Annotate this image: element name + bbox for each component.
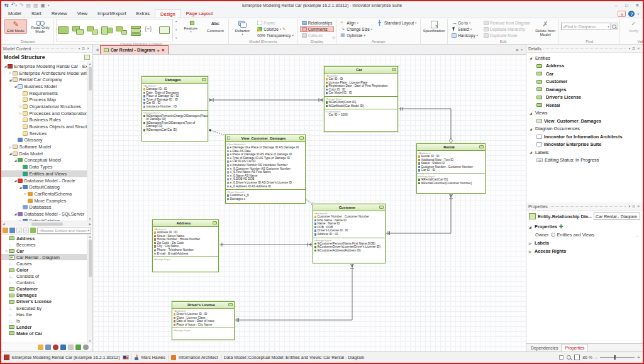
list-item-damages[interactable]: Damages xyxy=(1,292,92,299)
details-section-labels[interactable]: ◢Labels xyxy=(526,148,643,157)
sort-descending-icon[interactable]: ↑ xyxy=(23,228,29,233)
specification-button[interactable]: Specification xyxy=(423,19,445,34)
colorize-button[interactable]: Colorize ▾ ✎ xyxy=(255,26,296,32)
window-icon[interactable] xyxy=(45,345,51,350)
connector-5[interactable] xyxy=(235,263,352,320)
tree-item-conceptual-model[interactable]: ◢Conceptual Model xyxy=(1,157,92,164)
find-in-diagram-input[interactable] xyxy=(561,23,613,30)
paintbrush-icon[interactable]: ✎ xyxy=(282,27,286,32)
tree-item-data-types[interactable]: Data Types xyxy=(1,163,92,170)
entity-customer[interactable]: Customer«Attributes»Customer Number : Cu… xyxy=(313,204,386,263)
frame-button[interactable]: Frame xyxy=(255,20,296,26)
details-item-rental[interactable]: Rental xyxy=(526,101,643,109)
collapsed-arrow-icon[interactable]: ▷ xyxy=(23,192,28,196)
element-name-input[interactable] xyxy=(594,212,640,220)
help-menu-caret-icon[interactable]: ▾ xyxy=(637,12,639,16)
display-dialog-launcher-icon[interactable]: ◱ xyxy=(332,35,335,39)
details-item-car[interactable]: Car xyxy=(526,70,643,78)
tree-item-databases[interactable]: Databases xyxy=(1,204,92,211)
tree-item-enterprise-modeling-rental-car-example-16-2-1-30312[interactable]: ◢Enterprise Modeling Rental Car - Exampl… xyxy=(1,63,92,70)
tab-scroll-left-icon[interactable]: ◀ xyxy=(94,47,100,52)
properties-section-header[interactable]: ◢ Properties ✚ xyxy=(529,224,640,229)
overview-checkbox[interactable] xyxy=(559,355,564,360)
details-item-innovator-for-information-architects[interactable]: Innovator for Information Architects xyxy=(526,133,643,141)
list-item-lender[interactable]: Lender xyxy=(1,324,92,330)
paste-icon[interactable]: ▥ xyxy=(33,3,38,8)
duplicate-hierarchy-button[interactable]: Duplicate Hierarchy xyxy=(482,26,532,32)
list-item-customer[interactable]: Customer xyxy=(1,286,92,292)
tree-item-software-model[interactable]: ▷Software Model xyxy=(1,143,92,150)
list-item-car-rental-diagram[interactable]: Car Rental - Diagram xyxy=(1,254,92,260)
ribbon-tab-extras[interactable]: Extras xyxy=(131,9,155,18)
diagram-tab[interactable]: Car Rental - Diagram ◆ ✕ xyxy=(100,45,169,54)
shape-icon[interactable]: ★ xyxy=(86,25,99,36)
tree-item-requirements[interactable]: Requirements xyxy=(1,90,92,97)
remove-from-diagram-button[interactable]: Remove from Diagram xyxy=(482,20,532,26)
optimize-button[interactable]: Optimize ▾ xyxy=(338,33,374,38)
tree-item-entities-and-views[interactable]: Entities and Views xyxy=(1,170,92,177)
image-icon[interactable] xyxy=(68,345,74,350)
go-to-button[interactable]: Go to ▾ xyxy=(450,20,480,26)
tab-close-icon[interactable]: ✕ xyxy=(162,48,165,53)
standard-layout-button[interactable]: Standard Layout ▾ xyxy=(376,20,418,26)
scroll-down-icon[interactable]: ▼ xyxy=(89,218,91,221)
ribbon-tab-view[interactable]: View xyxy=(72,9,92,18)
details-section-views[interactable]: ◢Views xyxy=(526,109,643,118)
signature-icon[interactable] xyxy=(75,345,81,350)
hardcopy-button[interactable]: Hardcopy ▾ xyxy=(450,33,480,38)
labels-section-header[interactable]: ▷ Labels xyxy=(529,240,640,246)
collapsed-arrow-icon[interactable]: ▷ xyxy=(8,71,13,75)
expanded-arrow-icon[interactable]: ◢ xyxy=(8,152,13,155)
expanded-arrow-icon[interactable]: ◢ xyxy=(13,84,18,88)
shape-icon[interactable] xyxy=(72,25,85,36)
entity-address[interactable]: Address«Attributes»Address ID : IDStreet… xyxy=(152,219,219,272)
panel-pin-icon[interactable]: ⊡ xyxy=(631,47,636,50)
list-vertical-scrollbar[interactable]: ▲ ▼ xyxy=(87,235,92,343)
panel-close-icon[interactable]: ✕ xyxy=(636,47,641,50)
scroll-thumb[interactable] xyxy=(89,67,92,91)
expanded-arrow-icon[interactable]: ◢ xyxy=(13,212,18,216)
change-size-button[interactable]: Change Size ▾ xyxy=(338,26,374,32)
align-button[interactable]: Align ▾ xyxy=(338,20,374,26)
tree-item-more-examples[interactable]: More Examples xyxy=(1,197,92,204)
tree-item-data-model[interactable]: ◢Data Model xyxy=(1,150,92,157)
list-item-car[interactable]: ▷Car xyxy=(1,248,92,254)
shape-icon[interactable] xyxy=(130,25,143,36)
tree-item-business-rules[interactable]: Business Rules xyxy=(1,117,92,124)
callouts-button[interactable]: Callouts xyxy=(300,33,334,38)
tree-item-defaultcatalog[interactable]: ▷DefaultCatalog xyxy=(1,218,92,221)
details-item-customer[interactable]: Customer xyxy=(526,78,643,86)
collapsed-arrow-icon[interactable]: ▷ xyxy=(18,219,23,221)
shape-icon[interactable] xyxy=(57,25,70,36)
collapsed-arrow-icon[interactable]: ▷ xyxy=(18,111,23,115)
comment-button[interactable]: Comment xyxy=(204,19,226,34)
sync-icon[interactable]: ⇆ xyxy=(4,3,9,8)
verify-button[interactable]: Verify xyxy=(622,19,644,34)
ribbon-tab-model[interactable]: Model xyxy=(3,9,26,18)
read-only-mode-button[interactable]: Read-Only Mode xyxy=(29,19,52,35)
relationships-button[interactable]: Relationships xyxy=(300,20,334,26)
maximize-button[interactable]: □ xyxy=(621,2,632,9)
copy-icon[interactable]: ▤ xyxy=(26,3,31,8)
panel-close-icon[interactable]: ✕ xyxy=(636,204,641,208)
gallery-up-icon[interactable]: ▴ xyxy=(175,19,177,23)
list-item-contains[interactable]: ∟Contains xyxy=(1,280,92,286)
entity-rental[interactable]: Rental«Attributes»Rental ID : IDAddition… xyxy=(416,143,486,194)
tree-item-rental-car-company[interactable]: ◢Rental Car Company xyxy=(1,76,92,83)
redo-icon[interactable]: ↷ xyxy=(19,3,24,8)
expanded-arrow-icon[interactable]: ◢ xyxy=(8,78,13,82)
list-view-icon[interactable] xyxy=(9,228,15,233)
zoom-in-button[interactable]: + xyxy=(637,355,640,360)
find-caret-icon[interactable]: ▾ xyxy=(608,25,609,28)
tab-properties[interactable]: Properties xyxy=(561,344,588,351)
undo-icon[interactable]: ↶▾ xyxy=(11,3,17,8)
tree-item-glossary[interactable]: Glossary xyxy=(1,137,92,144)
tab-list-icon[interactable]: ▾ xyxy=(521,48,523,52)
sort-ascending-icon[interactable]: ↓ xyxy=(16,228,22,233)
expanded-arrow-icon[interactable]: ◢ xyxy=(13,158,18,162)
expanded-arrow-icon[interactable]: ◢ xyxy=(13,179,18,182)
qat-more-icon[interactable]: ▾ xyxy=(48,3,49,8)
tree-item-processes-and-collaborations[interactable]: ▷Processes and Collaborations xyxy=(1,110,92,117)
list-item-is[interactable]: ∟Is xyxy=(1,317,92,324)
zoom-out-button[interactable]: – xyxy=(595,355,597,360)
